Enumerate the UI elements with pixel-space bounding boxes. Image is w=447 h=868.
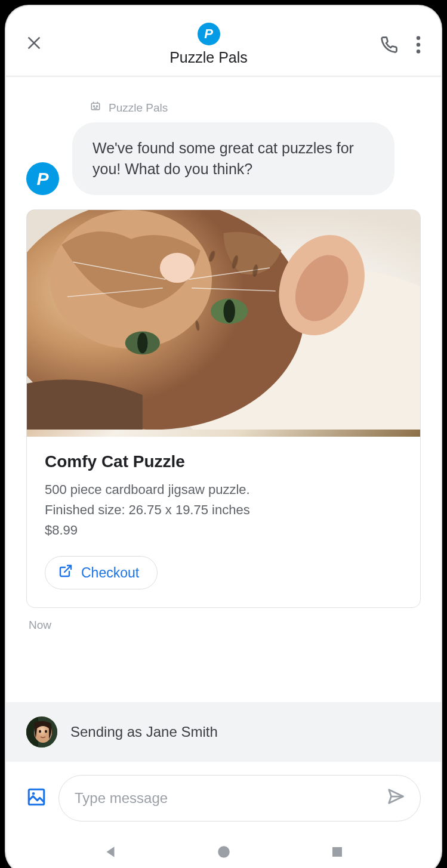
message-sender-label: Puzzle Pals	[90, 100, 421, 115]
user-avatar	[26, 716, 57, 747]
card-description: 500 piece cardboard jigsaw puzzle. Finis…	[45, 480, 402, 540]
svg-point-18	[137, 332, 147, 353]
app-header: P Puzzle Pals	[6, 6, 441, 76]
compose-bar: Type message	[6, 762, 441, 832]
sending-as-bar: Sending as Jane Smith	[6, 702, 441, 762]
card-title: Comfy Cat Puzzle	[45, 452, 402, 471]
svg-point-7	[97, 106, 98, 107]
chat-scroll-area[interactable]: Puzzle Pals P We've found some great cat…	[6, 76, 441, 702]
svg-rect-37	[332, 847, 342, 857]
nav-back-icon[interactable]	[103, 844, 118, 862]
checkout-label: Checkout	[81, 565, 139, 581]
message-timestamp: Now	[26, 619, 421, 632]
message-input[interactable]: Type message	[58, 775, 421, 821]
svg-point-16	[223, 299, 235, 323]
svg-point-34	[32, 792, 35, 795]
avatar-letter: P	[204, 26, 213, 42]
svg-point-14	[160, 253, 195, 283]
contact-name: Puzzle Pals	[169, 49, 248, 66]
bot-icon	[90, 100, 101, 115]
svg-point-32	[45, 730, 47, 733]
svg-point-4	[417, 50, 421, 54]
nav-home-icon[interactable]	[216, 844, 232, 862]
close-icon[interactable]	[26, 35, 42, 54]
sending-as-label: Sending as Jane Smith	[70, 724, 218, 740]
svg-rect-5	[91, 103, 99, 110]
rich-card: Comfy Cat Puzzle 500 piece cardboard jig…	[26, 209, 421, 608]
sender-name: Puzzle Pals	[109, 101, 168, 115]
more-vert-icon[interactable]	[416, 36, 421, 54]
phone-icon[interactable]	[380, 36, 398, 54]
card-body: Comfy Cat Puzzle 500 piece cardboard jig…	[27, 437, 420, 607]
svg-point-2	[417, 36, 421, 40]
open-external-icon	[58, 564, 73, 582]
image-attach-icon[interactable]	[26, 787, 47, 810]
avatar-letter: P	[36, 169, 48, 189]
send-icon[interactable]	[387, 787, 405, 809]
svg-line-27	[64, 566, 71, 572]
contact-avatar: P	[198, 23, 220, 45]
svg-point-6	[94, 106, 95, 107]
svg-point-3	[417, 42, 421, 47]
card-image	[27, 210, 420, 437]
message-bubble: We've found some great cat puzzles for y…	[72, 122, 394, 195]
nav-recent-icon[interactable]	[330, 845, 344, 861]
message-row: P We've found some great cat puzzles for…	[26, 122, 421, 195]
svg-point-36	[218, 846, 230, 858]
input-placeholder: Type message	[75, 790, 168, 807]
message-avatar: P	[26, 162, 59, 195]
svg-point-31	[39, 730, 41, 733]
android-nav-bar	[6, 832, 441, 868]
checkout-button[interactable]: Checkout	[45, 556, 158, 589]
device-frame: P Puzzle Pals	[6, 6, 441, 868]
